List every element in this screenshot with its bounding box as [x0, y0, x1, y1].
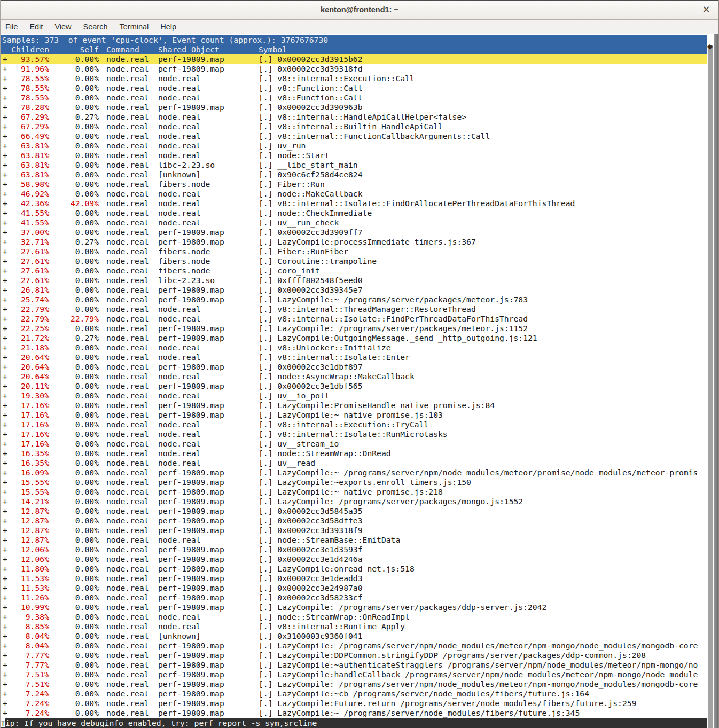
expand-icon[interactable]: +	[1, 131, 11, 141]
expand-icon[interactable]: +	[1, 449, 11, 458]
table-row[interactable]: + 21.72% 0.27% node.real perf-19809.map …	[1, 333, 708, 343]
expand-icon[interactable]: +	[1, 401, 11, 410]
expand-icon[interactable]: +	[1, 74, 11, 83]
expand-icon[interactable]: +	[1, 266, 11, 276]
table-row[interactable]: + 42.36% 42.09% node.real node.real [.] …	[1, 199, 708, 208]
table-row[interactable]: + 78.55% 0.00% node.real node.real [.] v…	[1, 74, 708, 83]
expand-icon[interactable]: +	[1, 189, 11, 199]
table-row[interactable]: + 11.80% 0.00% node.real perf-19809.map …	[1, 564, 708, 574]
expand-icon[interactable]: +	[1, 103, 11, 112]
table-row[interactable]: + 15.55% 0.00% node.real perf-19809.map …	[1, 487, 708, 497]
expand-icon[interactable]: +	[1, 612, 11, 622]
scrollbar-thumb[interactable]	[708, 45, 713, 728]
expand-icon[interactable]: +	[1, 83, 11, 93]
table-row[interactable]: + 22.79% 22.79% node.real node.real [.] …	[1, 314, 708, 324]
expand-icon[interactable]: +	[1, 535, 11, 545]
expand-icon[interactable]: +	[1, 468, 11, 477]
expand-icon[interactable]: +	[1, 170, 11, 179]
table-row[interactable]: + 12.87% 0.00% node.real perf-19809.map …	[1, 506, 708, 516]
table-row[interactable]: + 12.87% 0.00% node.real node.real [.] n…	[1, 535, 708, 545]
terminal-screen[interactable]: Samples: 373 of event 'cpu-clock', Event…	[1, 34, 718, 728]
table-row[interactable]: + 9.38% 0.00% node.real node.real [.] no…	[1, 612, 708, 622]
expand-icon[interactable]: +	[1, 391, 11, 401]
table-row[interactable]: + 10.99% 0.00% node.real perf-19809.map …	[1, 602, 708, 612]
table-row[interactable]: + 17.16% 0.00% node.real node.real [.] v…	[1, 420, 708, 429]
table-row[interactable]: + 78.55% 0.00% node.real node.real [.] v…	[1, 93, 708, 103]
table-row[interactable]: + 7.51% 0.00% node.real perf-19809.map […	[1, 670, 708, 679]
expand-icon[interactable]: +	[1, 151, 11, 160]
expand-icon[interactable]: +	[1, 276, 11, 285]
expand-icon[interactable]: +	[1, 602, 11, 612]
expand-icon[interactable]: +	[1, 93, 11, 103]
expand-icon[interactable]: +	[1, 487, 11, 497]
table-row[interactable]: + 16.35% 0.00% node.real node.real [.] n…	[1, 449, 708, 458]
table-row[interactable]: + 27.61% 0.00% node.real fibers.node [.]…	[1, 266, 708, 276]
expand-icon[interactable]: +	[1, 641, 11, 651]
menu-item-view[interactable]: View	[49, 20, 77, 34]
expand-icon[interactable]: +	[1, 583, 11, 593]
expand-icon[interactable]: +	[1, 237, 11, 247]
table-row[interactable]: + 12.06% 0.00% node.real perf-19809.map …	[1, 545, 708, 554]
table-row[interactable]: + 7.51% 0.00% node.real perf-19809.map […	[1, 679, 708, 689]
table-row[interactable]: + 17.16% 0.00% node.real perf-19809.map …	[1, 410, 708, 420]
expand-icon[interactable]: +	[1, 353, 11, 362]
expand-icon[interactable]: +	[1, 324, 11, 333]
table-row[interactable]: + 21.18% 0.00% node.real node.real [.] v…	[1, 343, 708, 353]
table-row[interactable]: + 46.92% 0.00% node.real node.real [.] n…	[1, 189, 708, 199]
table-row[interactable]: + 16.35% 0.00% node.real node.real [.] u…	[1, 458, 708, 468]
expand-icon[interactable]: +	[1, 160, 11, 170]
menu-item-edit[interactable]: Edit	[24, 20, 49, 34]
table-row[interactable]: + 66.49% 0.00% node.real node.real [.] v…	[1, 131, 708, 141]
expand-icon[interactable]: +	[1, 516, 11, 526]
expand-icon[interactable]: +	[1, 429, 11, 439]
expand-icon[interactable]: +	[1, 228, 11, 237]
table-row[interactable]: + 20.64% 0.00% node.real perf-19809.map …	[1, 362, 708, 372]
expand-icon[interactable]: +	[1, 295, 11, 304]
table-row[interactable]: + 8.04% 0.00% node.real [unknown] [.] 0x…	[1, 631, 708, 641]
expand-icon[interactable]: +	[1, 545, 11, 554]
table-row[interactable]: + 8.04% 0.00% node.real perf-19809.map […	[1, 641, 708, 651]
table-row[interactable]: + 22.79% 0.00% node.real node.real [.] v…	[1, 304, 708, 314]
table-row[interactable]: + 7.24% 0.00% node.real perf-19809.map […	[1, 689, 708, 699]
expand-icon[interactable]: +	[1, 218, 11, 228]
table-row[interactable]: + 20.64% 0.00% node.real node.real [.] v…	[1, 353, 708, 362]
table-row[interactable]: + 17.16% 0.00% node.real perf-19809.map …	[1, 401, 708, 410]
table-row[interactable]: + 20.11% 0.00% node.real perf-19809.map …	[1, 381, 708, 391]
menu-item-file[interactable]: File	[1, 20, 24, 34]
table-row[interactable]: + 17.16% 0.00% node.real node.real [.] v…	[1, 429, 708, 439]
expand-icon[interactable]: +	[1, 622, 11, 631]
expand-icon[interactable]: +	[1, 64, 11, 74]
table-row[interactable]: + 7.24% 0.00% node.real perf-19809.map […	[1, 708, 708, 718]
expand-icon[interactable]: +	[1, 304, 11, 314]
menu-item-terminal[interactable]: Terminal	[114, 20, 155, 34]
close-icon[interactable]: ✕	[700, 4, 712, 15]
expand-icon[interactable]: +	[1, 54, 11, 64]
table-row[interactable]: + 11.53% 0.00% node.real perf-19809.map …	[1, 583, 708, 593]
table-row[interactable]: + 58.98% 0.00% node.real fibers.node [.]…	[1, 179, 708, 189]
table-row[interactable]: + 8.85% 0.00% node.real node.real [.] v8…	[1, 622, 708, 631]
table-row[interactable]: + 63.81% 0.00% node.real libc-2.23.so [.…	[1, 160, 708, 170]
expand-icon[interactable]: +	[1, 670, 11, 679]
table-row[interactable]: + 19.30% 0.00% node.real node.real [.] u…	[1, 391, 708, 401]
expand-icon[interactable]: +	[1, 631, 11, 641]
table-row[interactable]: + 63.81% 0.00% node.real node.real [.] n…	[1, 151, 708, 160]
expand-icon[interactable]: +	[1, 247, 11, 256]
table-row[interactable]: + 25.74% 0.00% node.real perf-19809.map …	[1, 295, 708, 304]
menu-item-help[interactable]: Help	[154, 20, 182, 34]
expand-icon[interactable]: +	[1, 651, 11, 660]
expand-icon[interactable]: +	[1, 381, 11, 391]
table-row[interactable]: + 12.87% 0.00% node.real perf-19809.map …	[1, 516, 708, 526]
expand-icon[interactable]: +	[1, 574, 11, 583]
table-row[interactable]: + 78.55% 0.00% node.real node.real [.] v…	[1, 83, 708, 93]
expand-icon[interactable]: +	[1, 689, 11, 699]
expand-icon[interactable]: +	[1, 497, 11, 506]
table-row[interactable]: + 67.29% 0.00% node.real node.real [.] v…	[1, 122, 708, 131]
table-row[interactable]: + 20.64% 0.00% node.real node.real [.] n…	[1, 372, 708, 381]
table-row[interactable]: + 32.71% 0.27% node.real perf-19809.map …	[1, 237, 708, 247]
table-row[interactable]: + 16.09% 0.00% node.real perf-19809.map …	[1, 468, 708, 477]
table-row[interactable]: + 11.53% 0.00% node.real perf-19809.map …	[1, 574, 708, 583]
expand-icon[interactable]: +	[1, 420, 11, 429]
table-row[interactable]: + 67.29% 0.27% node.real node.real [.] v…	[1, 112, 708, 122]
expand-icon[interactable]: +	[1, 362, 11, 372]
expand-icon[interactable]: +	[1, 199, 11, 208]
